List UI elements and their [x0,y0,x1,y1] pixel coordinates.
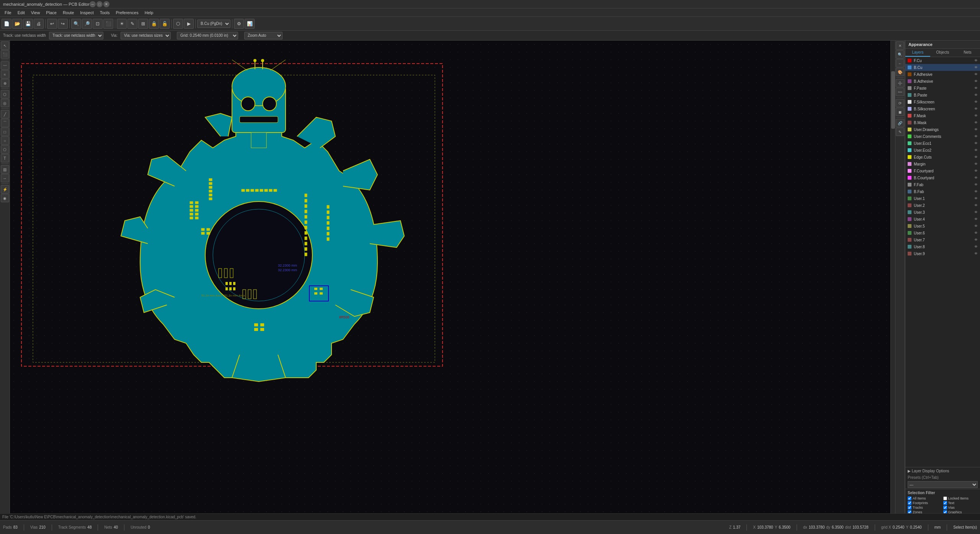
add-layer-display[interactable]: ➕ [896,79,904,87]
layer-item-User-5[interactable]: User.5 👁 [905,223,980,229]
add-pad-tool[interactable]: ◎ [1,99,9,107]
layer-visibility-icon[interactable]: 👁 [974,148,978,152]
layer-display-options[interactable]: ▶ Layer Display Options [905,467,980,475]
tab-layers[interactable]: Layers [905,49,930,57]
draw-rect-tool[interactable]: □ [1,128,9,136]
layer-visibility-icon[interactable]: 👁 [974,107,978,111]
layer-visibility-icon[interactable]: 👁 [974,210,978,214]
layer-select[interactable]: B.Cu (PgDn) F.Cu [197,20,230,28]
close-button[interactable]: ✕ [103,1,109,7]
layer-item-F-Adhesive[interactable]: F.Adhesive 👁 [905,71,980,78]
menu-view[interactable]: View [28,10,43,16]
menu-tools[interactable]: Tools [97,10,113,16]
layer-visibility-icon[interactable]: 👁 [974,224,978,228]
layer-visibility-icon[interactable]: 👁 [974,183,978,187]
draw-arc-tool[interactable]: ⌒ [1,119,9,127]
route-diff-pair-tool[interactable]: ≈ [1,70,9,79]
board-3d-viewer[interactable]: ◼ [896,108,904,116]
gerber-button[interactable]: 📊 [245,19,255,29]
filter-footprints[interactable]: Footprints [908,501,942,505]
presets-dropdown[interactable]: --- [908,481,978,488]
filter-text[interactable]: Text [943,501,978,505]
grid-button[interactable]: ⊞ [138,19,148,29]
layer-item-F-Silkscreen[interactable]: F.Silkscreen 👁 [905,98,980,105]
track-width-select[interactable]: Track: use netclass width [49,32,103,39]
layer-visibility-icon[interactable]: 👁 [974,114,978,118]
measure-tool[interactable]: ↔ [1,174,9,182]
layer-visibility-icon[interactable]: 👁 [974,86,978,90]
run-drc-button[interactable]: ▶ [184,19,194,29]
filter-vias[interactable]: Vias [943,506,978,509]
layer-item-User-8[interactable]: User.8 👁 [905,243,980,250]
layer-visibility-icon[interactable]: 👁 [974,169,978,173]
layer-item-B-Fab[interactable]: B.Fab 👁 [905,188,980,195]
select-tool[interactable]: ↖ [1,41,9,50]
minimize-button[interactable]: ─ [90,1,96,7]
draw-poly-tool[interactable]: ⬠ [1,145,9,154]
layer-item-F-Paste[interactable]: F.Paste 👁 [905,85,980,92]
layer-item-User-Drawings[interactable]: User.Drawings 👁 [905,126,980,133]
interactive-router-settings[interactable]: ⚡ [1,185,9,193]
layer-item-Edge-Cuts[interactable]: Edge.Cuts 👁 [905,154,980,161]
layer-item-User-2[interactable]: User.2 👁 [905,202,980,209]
tab-nets[interactable]: Nets [955,49,980,57]
layer-visibility-icon[interactable]: 👁 [974,238,978,242]
unlock-button[interactable]: 🔓 [160,19,170,29]
pcb-canvas[interactable]: 32.2300 mm 32.2300 mm 51.2x mm.4xxx 51.2… [10,41,895,520]
select-box-tool[interactable]: ⬛ [1,50,9,59]
flip-board[interactable]: ⟳ [896,99,904,107]
layer-visibility-icon[interactable]: 👁 [974,252,978,256]
layer-visibility-icon[interactable]: 👁 [974,100,978,104]
menu-help[interactable]: Help [142,10,157,16]
layer-item-B-Cu[interactable]: B.Cu 👁 [905,64,980,71]
maximize-button[interactable]: □ [96,1,103,7]
print-button[interactable]: 🖨 [34,19,44,29]
net-inspector[interactable]: 🔗 [896,119,904,127]
netlist-button[interactable]: ⬡ [173,19,183,29]
layer-item-User-1[interactable]: User.1 👁 [905,195,980,202]
via-size-select[interactable]: Via: use netclass sizes [121,32,171,39]
layer-visibility-icon[interactable]: 👁 [974,141,978,145]
filter-all-items[interactable]: All Items [908,496,942,500]
new-button[interactable]: 📄 [2,19,11,29]
layer-item-B-Mask[interactable]: B.Mask 👁 [905,119,980,126]
3d-viewer-tool[interactable]: ◉ [1,194,9,202]
board-setup-button[interactable]: ⚙ [234,19,244,29]
save-button[interactable]: 💾 [23,19,33,29]
layer-visibility-icon[interactable]: 👁 [974,128,978,131]
zoom-fit-button[interactable]: ⊡ [93,19,103,29]
layer-item-F-Courtyard[interactable]: F.Courtyard 👁 [905,167,980,174]
filter-tracks[interactable]: Tracks [908,506,942,509]
layer-item-User-7[interactable]: User.7 👁 [905,236,980,243]
route-track-tool[interactable]: 〰 [1,61,9,70]
layer-visibility-icon[interactable]: 👁 [974,155,978,159]
previous-layer[interactable]: ← [896,59,904,67]
layer-visibility-icon[interactable]: 👁 [974,231,978,235]
layer-item-B-Paste[interactable]: B.Paste 👁 [905,92,980,98]
layer-item-User-9[interactable]: User.9 👁 [905,250,980,257]
menu-edit[interactable]: Edit [15,10,28,16]
edit-button[interactable]: ✎ [127,19,137,29]
scripting-console[interactable]: ✎ [896,128,904,136]
open-button[interactable]: 📂 [12,19,22,29]
layer-item-User-Eco1[interactable]: User.Eco1 👁 [905,140,980,147]
add-text-tool[interactable]: T [1,154,9,162]
layer-item-F-Cu[interactable]: F.Cu 👁 [905,57,980,64]
layer-visibility-icon[interactable]: 👁 [974,79,978,83]
layer-visibility-icon[interactable]: 👁 [974,93,978,97]
draw-circle-tool[interactable]: ○ [1,136,9,145]
zoom-out-button[interactable]: 🔎 [82,19,92,29]
layer-item-User-6[interactable]: User.6 👁 [905,229,980,236]
layer-visibility-icon[interactable]: 👁 [974,197,978,200]
layer-item-User-3[interactable]: User.3 👁 [905,209,980,216]
filter-locked-items[interactable]: Locked Items [943,496,978,500]
layer-item-Margin[interactable]: Margin 👁 [905,161,980,167]
layer-visibility-icon[interactable]: 👁 [974,66,978,69]
layer-visibility-icon[interactable]: 👁 [974,217,978,221]
layer-visibility-icon[interactable]: 👁 [974,121,978,124]
layer-visibility-icon[interactable]: 👁 [974,176,978,180]
menu-file[interactable]: File [2,10,15,16]
layer-visibility-icon[interactable]: 👁 [974,72,978,76]
zoom-select[interactable]: Zoom Auto [244,32,283,39]
menu-place[interactable]: Place [43,10,60,16]
